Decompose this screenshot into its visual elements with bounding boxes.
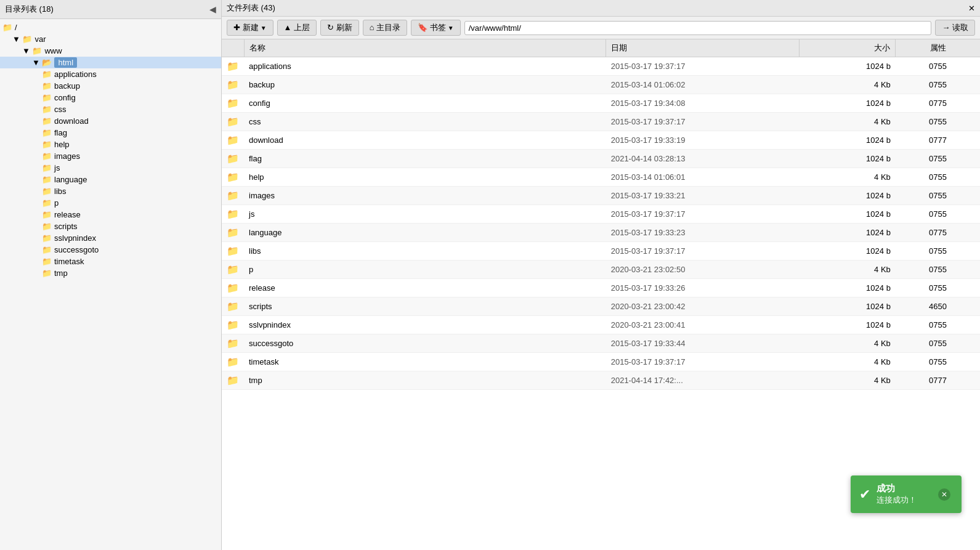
- folder-icon: 📁: [227, 357, 239, 367]
- tree-item-css[interactable]: 📁css: [0, 103, 221, 115]
- table-row[interactable]: 📁flag2021-04-14 03:28:131024 b0755: [222, 150, 980, 168]
- table-row[interactable]: 📁release2015-03-17 19:33:261024 b0755: [222, 279, 980, 297]
- folder-icon: 📁: [227, 135, 239, 145]
- folder-icon: 📁: [227, 320, 239, 330]
- col-name-header[interactable]: 名称: [244, 39, 606, 57]
- table-row[interactable]: 📁help2015-03-14 01:06:014 Kb0755: [222, 168, 980, 187]
- folder-icon: 📁: [42, 152, 52, 161]
- row-name-cell: sslvpnindex: [244, 316, 606, 334]
- folder-icon: 📁: [227, 172, 239, 182]
- table-row[interactable]: 📁config2015-03-17 19:34:081024 b0775: [222, 94, 980, 113]
- home-button[interactable]: ⌂ 主目录: [363, 20, 407, 36]
- tree-item-scripts[interactable]: 📁scripts: [0, 220, 221, 232]
- folder-icon: 📁: [227, 338, 239, 349]
- row-size-cell: 4 Kb: [799, 261, 896, 279]
- tree-item-js[interactable]: 📁js: [0, 162, 221, 174]
- tree-item-backup[interactable]: 📁backup: [0, 80, 221, 92]
- tree-item-release[interactable]: 📁release: [0, 209, 221, 220]
- toast-check-icon: ✔: [859, 487, 870, 503]
- table-row[interactable]: 📁successgoto2015-03-17 19:33:444 Kb0755: [222, 334, 980, 353]
- folder-icon: 📁: [227, 283, 239, 293]
- folder-icon: 📁: [227, 246, 239, 256]
- row-size-cell: 1024 b: [799, 279, 896, 297]
- folder-icon: 📁: [227, 116, 239, 127]
- folder-icon: 📁: [227, 61, 239, 71]
- tree-item-html[interactable]: ▼ 📂html: [0, 57, 221, 68]
- tree-item-var[interactable]: ▼ 📁var: [0, 33, 221, 45]
- tree-item-download[interactable]: 📁download: [0, 115, 221, 127]
- row-date-cell: 2015-03-17 19:34:08: [606, 94, 799, 113]
- row-size-cell: 1024 b: [799, 57, 896, 76]
- row-size-cell: 1024 b: [799, 242, 896, 261]
- row-size-cell: 1024 b: [799, 205, 896, 224]
- tree-item-sslvpnindex[interactable]: 📁sslvpnindex: [0, 232, 221, 244]
- row-attr-cell: 0755: [896, 261, 980, 279]
- row-date-cell: 2015-03-17 19:37:17: [606, 205, 799, 224]
- right-panel-title: 文件列表 (43): [227, 2, 275, 14]
- tree-item-tmp[interactable]: 📁tmp: [0, 267, 221, 279]
- refresh-button[interactable]: ↻ 刷新: [320, 20, 359, 36]
- tree-item-label: applications: [54, 70, 97, 79]
- tree-item-p[interactable]: 📁p: [0, 197, 221, 209]
- right-panel-close-btn[interactable]: ✕: [968, 4, 975, 13]
- bookmark-button[interactable]: 🔖 书签 ▼: [411, 20, 461, 36]
- tree-item-flag[interactable]: 📁flag: [0, 127, 221, 139]
- tree-item-timetask[interactable]: 📁timetask: [0, 256, 221, 267]
- row-date-cell: 2015-03-14 01:06:01: [606, 168, 799, 187]
- row-attr-cell: 0755: [896, 76, 980, 94]
- col-attr-header[interactable]: 属性: [896, 39, 980, 57]
- new-button[interactable]: ✚ 新建 ▼: [227, 20, 273, 36]
- table-row[interactable]: 📁download2015-03-17 19:33:191024 b0777: [222, 131, 980, 150]
- tree-item-successgoto[interactable]: 📁successgoto: [0, 244, 221, 256]
- row-name-cell: tmp: [244, 371, 606, 390]
- row-attr-cell: 0755: [896, 205, 980, 224]
- folder-icon: 📁: [42, 140, 52, 149]
- table-row[interactable]: 📁css2015-03-17 19:37:174 Kb0755: [222, 113, 980, 131]
- path-input[interactable]: [464, 21, 932, 35]
- table-row[interactable]: 📁p2020-03-21 23:02:504 Kb0755: [222, 261, 980, 279]
- row-attr-cell: 0755: [896, 57, 980, 76]
- left-panel-collapse-btn[interactable]: ◀: [209, 4, 216, 14]
- tree-item-images[interactable]: 📁images: [0, 150, 221, 162]
- tree-item-applications[interactable]: 📁applications: [0, 68, 221, 80]
- tree-item-root[interactable]: 📁/: [0, 22, 221, 33]
- col-size-header[interactable]: 大小: [799, 39, 896, 57]
- tree-item-www[interactable]: ▼ 📁www: [0, 45, 221, 57]
- tree-item-config[interactable]: 📁config: [0, 92, 221, 103]
- row-name-cell: applications: [244, 57, 606, 76]
- folder-icon: 📁: [227, 209, 239, 219]
- folder-icon: 📁: [227, 79, 239, 90]
- go-button[interactable]: → 读取: [935, 20, 975, 36]
- table-row[interactable]: 📁tmp2021-04-14 17:42:...4 Kb0777: [222, 371, 980, 390]
- col-date-header[interactable]: 日期: [606, 39, 799, 57]
- table-row[interactable]: 📁backup2015-03-14 01:06:024 Kb0755: [222, 76, 980, 94]
- toast-close-btn[interactable]: ✕: [938, 488, 950, 501]
- row-size-cell: 4 Kb: [799, 113, 896, 131]
- go-label: → 读取: [942, 23, 968, 32]
- tree-item-language[interactable]: 📁language: [0, 174, 221, 185]
- table-row[interactable]: 📁libs2015-03-17 19:37:171024 b0755: [222, 242, 980, 261]
- row-attr-cell: 0755: [896, 279, 980, 297]
- table-row[interactable]: 📁scripts2020-03-21 23:00:421024 b4650: [222, 297, 980, 316]
- table-row[interactable]: 📁sslvpnindex2020-03-21 23:00:411024 b075…: [222, 316, 980, 334]
- row-name-cell: download: [244, 131, 606, 150]
- row-name-cell: help: [244, 168, 606, 187]
- folder-icon: 📁: [42, 210, 52, 219]
- tree-item-label: tmp: [54, 269, 68, 278]
- table-row[interactable]: 📁applications2015-03-17 19:37:171024 b07…: [222, 57, 980, 76]
- directory-tree: 📁/▼ 📁var▼ 📁www▼ 📂html📁applications📁backu…: [0, 19, 221, 550]
- table-row[interactable]: 📁timetask2015-03-17 19:37:174 Kb0755: [222, 353, 980, 371]
- tree-item-help[interactable]: 📁help: [0, 139, 221, 150]
- table-row[interactable]: 📁js2015-03-17 19:37:171024 b0755: [222, 205, 980, 224]
- row-size-cell: 4 Kb: [799, 371, 896, 390]
- table-row[interactable]: 📁language2015-03-17 19:33:231024 b0775: [222, 224, 980, 242]
- tree-item-libs[interactable]: 📁libs: [0, 185, 221, 197]
- tree-item-label: www: [44, 46, 62, 55]
- row-name-cell: language: [244, 224, 606, 242]
- table-row[interactable]: 📁images2015-03-17 19:33:211024 b0755: [222, 187, 980, 205]
- row-name-cell: config: [244, 94, 606, 113]
- row-check-cell: 📁: [222, 316, 244, 334]
- up-button[interactable]: ▲ 上层: [277, 20, 317, 36]
- row-date-cell: 2015-03-14 01:06:02: [606, 76, 799, 94]
- folder-icon: 📁: [227, 98, 239, 108]
